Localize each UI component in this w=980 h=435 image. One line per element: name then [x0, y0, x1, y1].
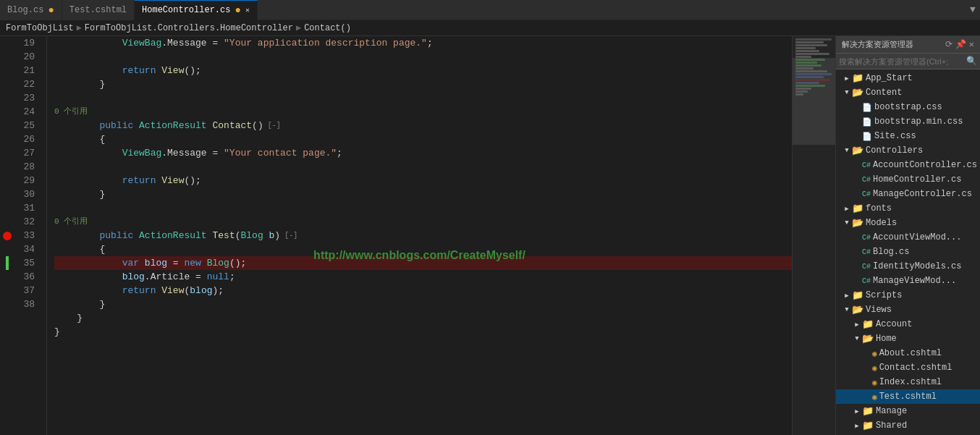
gutter-31	[0, 201, 14, 215]
folder-icon-app-start: 📁	[852, 72, 863, 84]
gutter-23	[0, 91, 14, 105]
tree-item-home-folder[interactable]: ▼ 📂 Home	[836, 331, 980, 346]
arrow-views: ▼	[842, 306, 852, 313]
tree-item-views[interactable]: ▼ 📂 Views	[836, 303, 980, 317]
minimap-viewport-indicator	[793, 58, 835, 145]
gutter-26	[0, 132, 14, 146]
label-account-folder: Account	[876, 319, 912, 329]
tree-item-index-view[interactable]: ◉ Index.cshtml	[836, 375, 980, 389]
tab-scroll-arrow[interactable]: ▼	[966, 0, 980, 20]
tree-item-content[interactable]: ▼ 📂 Content	[836, 85, 980, 100]
file-icon-bootstrap-min: 📄	[862, 117, 872, 127]
tab-homecontroller[interactable]: HomeController.cs ● ✕	[135, 0, 258, 20]
label-contact-view: Contact.cshtml	[879, 363, 952, 373]
code-line-31: public ActionResult Test(Blog b) [-]	[54, 229, 792, 242]
tree-item-about[interactable]: ◉ About.cshtml	[836, 346, 980, 360]
se-header-icons: ⟳ 📌 ✕	[945, 39, 974, 50]
tree-item-identity[interactable]: C# IdentityModels.cs	[836, 259, 980, 274]
tree-item-manage-folder[interactable]: ▶ 📁 Manage	[836, 404, 980, 418]
tree-item-home-controller[interactable]: C# HomeController.cs	[836, 172, 980, 187]
solution-explorer: 解决方案资源管理器 ⟳ 📌 ✕ 🔍 ▶ 📁 App_Start ▼	[835, 36, 980, 435]
tree-item-bootstrap-min-css[interactable]: 📄 bootstrap.min.css	[836, 114, 980, 129]
tree-item-contact-view[interactable]: ◉ Contact.cshtml	[836, 360, 980, 375]
ln-24: 24	[14, 105, 41, 119]
label-views: Views	[866, 305, 892, 315]
breadcrumb-namespace[interactable]: FormToObjList.Controllers.HomeController	[85, 23, 293, 33]
code-line-23	[54, 91, 792, 105]
tree-item-scripts[interactable]: ▶ 📁 Scripts	[836, 288, 980, 303]
ln-23: 23	[14, 91, 41, 105]
tree-item-account-vm[interactable]: C# AccountViewMod...	[836, 230, 980, 245]
file-icon-about: ◉	[872, 349, 877, 358]
label-shared-folder: Shared	[876, 421, 907, 431]
gutter-25	[0, 119, 14, 132]
se-sync-icon[interactable]: ⟳	[945, 39, 952, 50]
ln-37: 37	[14, 284, 41, 297]
tree-item-models[interactable]: ▼ 📂 Models	[836, 216, 980, 230]
label-scripts: Scripts	[866, 290, 902, 300]
code-area[interactable]: ViewBag.Message = "Your application desc…	[47, 36, 792, 435]
tree-item-manage-vm[interactable]: C# ManageViewMod...	[836, 274, 980, 288]
tree-item-account-controller[interactable]: C# AccountController.cs	[836, 158, 980, 172]
tree-item-manage-controller[interactable]: C# ManageController.cs	[836, 187, 980, 201]
se-search-input[interactable]	[839, 57, 966, 66]
breakpoint-33[interactable]	[3, 232, 12, 240]
collapse-btn-31[interactable]: [-]	[284, 229, 297, 242]
gutter-24	[0, 105, 14, 119]
cs-icon-manage-vm: C#	[862, 277, 871, 285]
code-line-25: {	[54, 132, 792, 146]
gutter-37	[0, 284, 14, 297]
label-content: Content	[866, 88, 902, 98]
ln-26: 26	[14, 132, 41, 146]
gutter-21	[0, 64, 14, 77]
file-icon-bootstrap-css: 📄	[862, 103, 872, 112]
code-line-29: }	[54, 187, 792, 201]
breadcrumb-project[interactable]: FormToObjList	[6, 23, 74, 33]
tab-bar: Blog.cs ● Test.cshtml HomeController.cs …	[0, 0, 980, 20]
ln-27: 27	[14, 146, 41, 160]
code-line-19: ViewBag.Message = "Your application desc…	[54, 36, 792, 50]
ln-32: 32	[14, 215, 41, 229]
se-pin-icon[interactable]: 📌	[955, 39, 966, 50]
code-line-24b: public ActionResult Contact() [-]	[54, 119, 792, 132]
tree-item-blog-cs[interactable]: C# Blog.cs	[836, 245, 980, 259]
arrow-content: ▼	[842, 89, 852, 96]
folder-icon-account: 📁	[862, 318, 874, 330]
breadcrumb-sep1: ▶	[77, 22, 82, 33]
gutter-32	[0, 215, 14, 229]
tab-homecontroller-close[interactable]: ✕	[245, 6, 250, 14]
arrow-scripts: ▶	[842, 292, 852, 300]
gutter-33-bp[interactable]	[0, 229, 14, 242]
code-line-35: return View(blog);	[54, 284, 792, 297]
collapse-btn-24[interactable]: [-]	[268, 119, 281, 132]
code-line-24: 0 个引用	[54, 105, 792, 119]
cs-icon-manage-ctrl: C#	[862, 190, 871, 198]
tab-test[interactable]: Test.cshtml	[62, 0, 135, 20]
tab-homecontroller-modified: ●	[235, 4, 240, 16]
label-bootstrap-css: bootstrap.css	[874, 102, 942, 112]
tab-blog-modified: ●	[48, 4, 54, 16]
tree-item-shared-folder[interactable]: ▶ 📁 Shared	[836, 418, 980, 433]
ln-33: 33	[14, 229, 41, 242]
se-close-icon[interactable]: ✕	[969, 39, 974, 50]
ln-19: 19	[14, 36, 41, 50]
folder-icon-scripts: 📁	[852, 290, 863, 301]
folder-icon-content: 📂	[852, 87, 863, 98]
se-title: 解决方案资源管理器	[842, 39, 913, 50]
tree-item-app-start[interactable]: ▶ 📁 App_Start	[836, 71, 980, 85]
tree-item-account-folder[interactable]: ▶ 📁 Account	[836, 317, 980, 331]
folder-icon-fonts: 📁	[852, 203, 863, 214]
folder-icon-models: 📂	[852, 217, 863, 229]
breadcrumb-method[interactable]: Contact()	[304, 23, 351, 33]
tree-item-bootstrap-css[interactable]: 📄 bootstrap.css	[836, 100, 980, 114]
tree-item-controllers[interactable]: ▼ 📂 Controllers	[836, 143, 980, 158]
cs-icon-blog-cs: C#	[862, 248, 871, 256]
tab-blog[interactable]: Blog.cs ●	[0, 0, 62, 20]
tree-item-site-css[interactable]: 📄 Site.css	[836, 129, 980, 143]
ln-34: 34	[14, 242, 41, 256]
tree-item-test-view[interactable]: ◉ Test.cshtml	[836, 389, 980, 404]
minimap	[792, 36, 835, 435]
tab-test-label: Test.cshtml	[69, 5, 127, 15]
code-line-27	[54, 160, 792, 174]
tree-item-fonts[interactable]: ▶ 📁 fonts	[836, 201, 980, 216]
